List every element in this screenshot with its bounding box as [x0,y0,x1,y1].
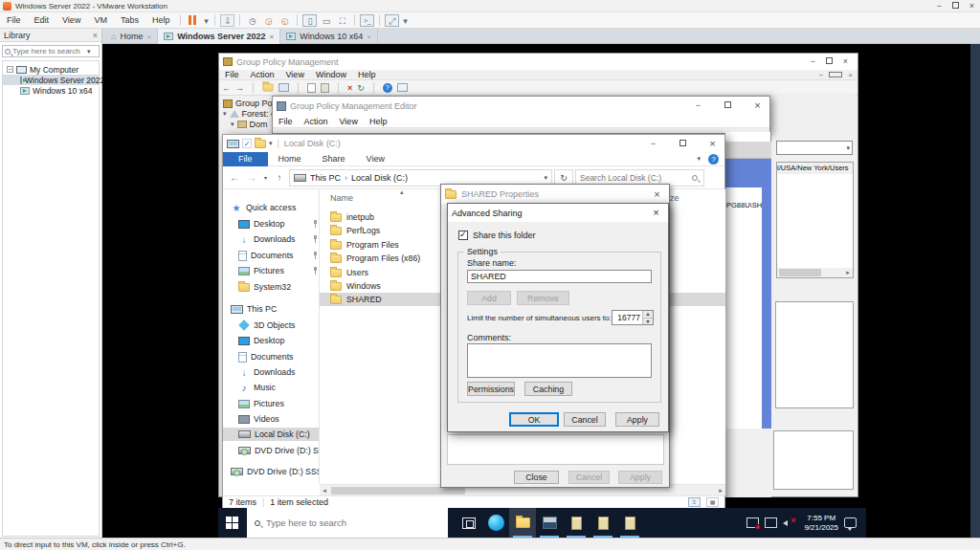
sidebar-item-downloads-qa[interactable]: ↓Downloads [238,232,319,246]
nav-back-icon[interactable]: ← [227,172,242,183]
scroll-right-icon[interactable]: ▸ [844,268,852,277]
sidebar-item-dvd-drive-1[interactable]: DVD Drive (D:) SSS_ [238,444,320,457]
gpm-menu-action[interactable]: Action [245,70,280,79]
properties-close-button[interactable]: × [649,187,665,202]
help-icon[interactable]: ? [383,83,392,93]
sidebar-item-local-disk-c[interactable]: Local Disk (C:) [223,428,320,441]
comments-textarea[interactable] [467,343,652,378]
mmc-taskbar-button-2[interactable] [590,508,616,538]
ribbon-expand-icon[interactable]: ▾ [697,155,701,163]
gpme-menu-help[interactable]: Help [364,117,393,126]
taskbar-search[interactable] [247,508,448,538]
vmware-menu-help[interactable]: Help [145,15,177,25]
edge-taskbar-button[interactable] [482,508,509,538]
sidebar-item-desktop-qa[interactable]: Desktop [238,217,319,231]
gpm-close-button[interactable]: × [837,55,854,69]
library-item-win10[interactable]: Windows 10 x64 [3,85,99,96]
properties-close-action-button[interactable]: Close [514,471,559,484]
up-folder-icon[interactable] [263,83,274,91]
gpm-list-row[interactable]: l/USA/New York/Users [777,163,853,174]
gpm-menu-view[interactable]: View [280,70,310,79]
gpm-menu-help[interactable]: Help [352,70,382,79]
back-icon[interactable]: ← [222,83,231,93]
sidebar-item-music[interactable]: ♪Music [238,381,276,394]
vm-status-tray-icon[interactable] [746,517,759,528]
library-search-input[interactable] [12,47,87,55]
sidebar-item-pictures[interactable]: Pictures [238,397,284,410]
column-header-size-fragment[interactable]: ze [670,193,679,203]
gpm-titlebar[interactable]: Group Policy Management − × [219,54,858,70]
tab-home[interactable]: ⌂ Home × [105,29,158,44]
sidebar-item-pictures-qa[interactable]: Pictures [238,264,319,277]
sidebar-item-documents[interactable]: Documents [238,350,294,363]
chevron-down-icon[interactable]: ▾ [223,110,227,118]
gpm-minimize-button[interactable]: − [805,55,821,69]
child-close-button[interactable]: × [845,71,856,79]
gpm-tree-item-forest[interactable]: ▾ Forest: c [223,109,276,119]
scroll-left-icon[interactable]: ◂ [320,486,329,495]
vmware-menu-vm[interactable]: VM [87,15,114,25]
sidebar-item-downloads[interactable]: ↓Downloads [238,365,296,379]
gpme-column-header[interactable] [725,142,771,159]
library-item-ws2022[interactable]: Windows Server 2022 [3,75,99,85]
start-button[interactable] [218,508,245,538]
gpme-menu-file[interactable]: File [273,117,299,126]
help-icon[interactable]: ? [708,154,719,165]
copy-icon[interactable] [307,83,316,93]
gpm-menu-window[interactable]: Window [310,70,352,79]
sidebar-item-3d-objects[interactable]: 3D Objects [238,319,296,332]
vmware-menu-tabs[interactable]: Tabs [114,15,145,25]
server-manager-taskbar-button[interactable] [536,508,563,538]
sidebar-item-quick-access[interactable]: ★Quick access [231,201,296,214]
gpm-filter-combobox[interactable]: ▾ [776,141,853,155]
share-this-folder-row[interactable]: Share this folder [458,231,536,240]
vmware-menu-edit[interactable]: Edit [28,15,56,25]
taskbar-clock[interactable]: 7:55 PM 9/21/2025 [804,514,838,533]
breadcrumb-local-disk[interactable]: Local Disk (C:) [351,173,408,183]
network-tray-icon[interactable] [765,517,777,528]
action-center-icon[interactable] [844,517,857,528]
child-restore-button[interactable] [826,70,845,79]
library-close-icon[interactable]: × [93,31,98,40]
file-row[interactable]: Windows [330,279,381,293]
taskbar-search-input[interactable] [266,517,448,528]
file-row-selected[interactable]: SHARED [330,293,382,306]
limit-users-spinner[interactable]: 16777 [612,310,654,325]
library-search-dropdown-icon[interactable]: ▾ [87,48,91,55]
ribbon-tab-home[interactable]: Home [268,152,312,166]
child-minimize-button[interactable]: − [816,71,827,79]
qat-new-folder-icon[interactable] [255,140,266,148]
spinner-up-icon[interactable] [643,311,653,319]
ribbon-tab-view[interactable]: View [356,152,395,166]
share-name-input[interactable] [467,270,652,283]
delete-icon[interactable]: × [347,83,352,93]
take-snapshot-button[interactable]: ◷ [245,14,259,27]
cancel-button[interactable]: Cancel [564,412,606,427]
tab-windows-10-x64[interactable]: Windows 10 x64 × [280,29,378,44]
advanced-sharing-titlebar[interactable]: Advanced Sharing × [448,204,668,222]
explorer-close-button[interactable]: × [704,137,721,151]
console-tree-toggle-icon[interactable] [278,83,289,92]
gpme-menu-view[interactable]: View [334,117,364,126]
apply-button[interactable]: Apply [615,412,659,427]
nav-forward-icon[interactable]: → [244,172,259,183]
tab-win10-close-icon[interactable]: × [367,33,371,41]
spinner-down-icon[interactable] [643,319,653,325]
nav-recent-icon[interactable]: ▾ [261,174,270,181]
qat-customize-icon[interactable]: ▾ [269,140,273,147]
sort-ascending-icon[interactable]: ▴ [400,188,404,196]
details-view-button[interactable]: ≡ [688,497,701,507]
explorer-titlebar[interactable]: ✓ ▾ | Local Disk (C:) − × [223,135,724,152]
vmware-maximize-button[interactable] [947,0,964,13]
sidebar-item-videos[interactable]: Videos [238,412,279,426]
gpm-menu-file[interactable]: File [219,70,245,79]
file-row[interactable]: Users [330,266,368,279]
share-folder-checkbox[interactable] [458,231,468,240]
paste-icon[interactable] [321,83,329,93]
gpme-titlebar[interactable]: Group Policy Management Editor − × [273,97,769,115]
show-library-button[interactable]: ▯ [302,14,317,27]
properties-titlebar[interactable]: SHARED Properties × [441,185,669,204]
vmware-minimize-button[interactable]: − [931,0,947,13]
library-item-my-computer[interactable]: − My Computer [3,64,99,75]
nav-up-icon[interactable]: ↑ [272,172,287,183]
